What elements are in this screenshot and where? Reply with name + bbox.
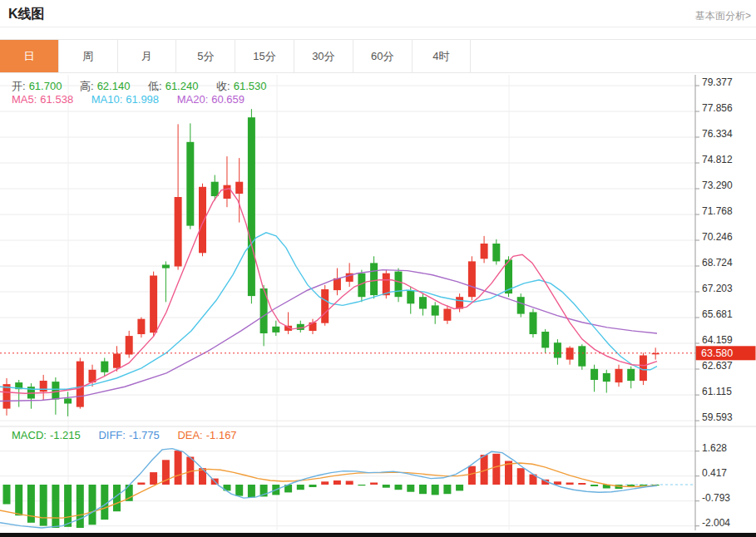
macd-bar xyxy=(3,485,11,505)
interval-tabbar: 日 周 月 5分 15分 30分 60分 4时 xyxy=(0,39,756,73)
macd-bar xyxy=(517,468,525,485)
macd-bar xyxy=(383,485,390,488)
diff-line xyxy=(0,449,657,528)
macd-bar xyxy=(566,483,574,485)
macd-bar xyxy=(309,485,317,487)
tab-day[interactable]: 日 xyxy=(0,40,59,72)
macd-bar xyxy=(578,483,586,485)
candle xyxy=(224,185,231,199)
candle xyxy=(407,290,414,303)
axis-tick-label: 68.724 xyxy=(702,257,733,268)
candle xyxy=(309,323,317,331)
axis-tick-label: 74.812 xyxy=(702,154,733,165)
candle xyxy=(40,381,47,392)
tab-5min[interactable]: 5分 xyxy=(176,40,235,72)
candle xyxy=(211,182,219,196)
macd-bar xyxy=(175,451,182,485)
y-axis: 79.37777.85676.33474.81273.29071.76870.2… xyxy=(695,75,733,530)
candle xyxy=(554,342,561,357)
tab-week[interactable]: 周 xyxy=(59,40,118,72)
macd-bar xyxy=(492,454,500,485)
macd-bar xyxy=(321,481,329,485)
axis-tick-label: 61.115 xyxy=(702,386,732,397)
axis-tick-label: 64.159 xyxy=(702,334,733,346)
axis-tick-label: 71.768 xyxy=(702,205,733,217)
macd-bar xyxy=(432,485,439,495)
tab-4hour[interactable]: 4时 xyxy=(413,40,472,72)
macd-pane xyxy=(0,449,695,528)
macd-bar xyxy=(137,483,145,485)
candle xyxy=(590,369,598,380)
candle xyxy=(113,353,121,367)
macd-bar xyxy=(443,485,451,494)
candle xyxy=(52,382,59,399)
page-title: K线图 xyxy=(8,6,45,23)
candle xyxy=(186,142,194,226)
macd-bar xyxy=(590,485,598,486)
axis-tick-label: 79.377 xyxy=(702,76,733,88)
tab-15min[interactable]: 15分 xyxy=(235,40,294,72)
macd-bar xyxy=(89,485,96,525)
macd-bar xyxy=(297,485,304,490)
kline-chart[interactable]: 63.58079.37777.85676.33474.81273.29071.7… xyxy=(0,73,756,537)
axis-tick-label: 67.203 xyxy=(702,283,733,294)
axis-tick-label: -2.004 xyxy=(702,517,730,529)
macd-bar xyxy=(150,472,157,485)
candle xyxy=(321,289,329,323)
macd-bar xyxy=(235,485,243,496)
candle xyxy=(443,309,451,321)
candles xyxy=(3,109,660,416)
candle xyxy=(615,369,623,382)
gridlines xyxy=(0,75,756,530)
macd-bar xyxy=(358,485,365,485)
macd-bar xyxy=(64,485,72,527)
candle xyxy=(419,297,427,308)
bottom-border-bar xyxy=(0,533,756,537)
candle xyxy=(334,278,341,290)
last-price-value: 63.580 xyxy=(701,347,733,359)
axis-tick-label: -0.793 xyxy=(702,492,730,504)
axis-tick-label: 73.290 xyxy=(702,180,733,191)
candle xyxy=(603,373,610,382)
candle xyxy=(456,297,463,308)
last-price-badge: 63.580 xyxy=(696,346,756,360)
tab-60min[interactable]: 60分 xyxy=(353,40,413,72)
candle xyxy=(627,369,635,381)
candle xyxy=(77,362,84,407)
axis-tick-label: 65.681 xyxy=(702,308,733,320)
header: K线图 基本面分析> xyxy=(0,0,756,27)
macd-bar xyxy=(248,485,255,497)
kline-widget: K线图 基本面分析> 日 周 月 5分 15分 30分 60分 4时 63.58… xyxy=(0,0,756,537)
candle xyxy=(162,265,170,268)
axis-tick-label: 1.628 xyxy=(702,442,727,454)
macd-bar xyxy=(456,485,463,490)
candle xyxy=(370,263,378,295)
candle xyxy=(578,346,586,366)
macd-bar xyxy=(370,483,378,485)
macd-bar xyxy=(395,485,403,490)
candle xyxy=(248,117,255,296)
candle xyxy=(541,332,549,347)
macd-bar xyxy=(334,480,341,485)
candle xyxy=(481,244,488,259)
candle xyxy=(566,347,574,359)
axis-tick-label: 70.246 xyxy=(702,231,733,243)
axis-tick-label: 76.334 xyxy=(702,128,733,140)
candle xyxy=(517,297,525,313)
kline-chart-svg[interactable]: 63.58079.37777.85676.33474.81273.29071.7… xyxy=(0,73,756,537)
macd-bar xyxy=(15,485,22,515)
candle xyxy=(64,398,72,403)
candle xyxy=(530,313,537,335)
candle xyxy=(468,261,476,297)
tab-month[interactable]: 月 xyxy=(118,40,177,72)
candle xyxy=(150,276,157,333)
header-divider xyxy=(0,27,756,27)
tab-30min[interactable]: 30分 xyxy=(294,40,353,72)
macd-bar xyxy=(419,485,427,494)
fundamental-analysis-link[interactable]: 基本面分析> xyxy=(695,9,751,23)
candle xyxy=(137,319,145,334)
candle xyxy=(432,305,439,315)
axis-tick-label: 59.593 xyxy=(702,411,733,423)
candle xyxy=(175,197,182,267)
macd-histogram xyxy=(3,451,660,528)
